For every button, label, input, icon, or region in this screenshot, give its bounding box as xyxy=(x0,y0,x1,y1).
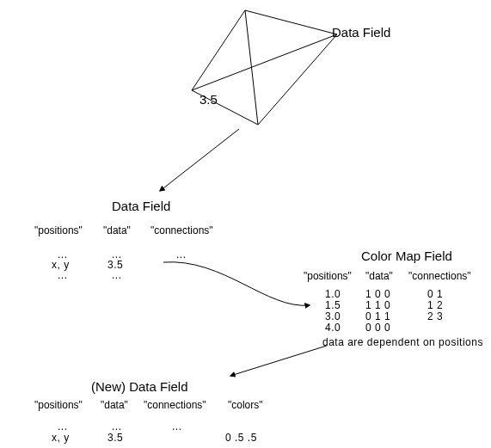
diagram-stage: Data Field 3.5 Data Field "positions" "d… xyxy=(0,0,491,448)
cm-col-positions: "positions" xyxy=(304,271,352,281)
geom-value: 3.5 xyxy=(199,93,218,106)
cm-r0-p: 1.0 xyxy=(325,289,341,299)
df-e4: ... xyxy=(58,270,68,280)
cm-r3-p: 4.0 xyxy=(325,322,341,333)
cm-r1-c: 1 2 xyxy=(427,300,443,310)
nf-row-colors: 0 .5 .5 xyxy=(225,433,257,443)
cm-col-connections: "connections" xyxy=(408,271,471,281)
cm-r0-c: 0 1 xyxy=(427,289,443,299)
new-field-title: (New) Data Field xyxy=(91,380,188,393)
cm-note: data are dependent on positions xyxy=(322,337,483,347)
df-col-positions: "positions" xyxy=(34,225,83,236)
df-e5: ... xyxy=(112,270,122,280)
nf-col-connections: "connections" xyxy=(144,400,206,410)
nf-e2: ... xyxy=(112,421,122,432)
cm-r2-c: 2 3 xyxy=(427,311,443,322)
cm-r1-d: 1 1 0 xyxy=(365,300,390,310)
df-col-data: "data" xyxy=(103,225,131,236)
nf-e5: ... xyxy=(112,443,122,448)
data-field-title: Data Field xyxy=(112,199,170,212)
nf-e4: ... xyxy=(58,443,68,448)
cm-col-data: "data" xyxy=(365,271,393,281)
cm-r1-p: 1.5 xyxy=(325,300,341,310)
nf-col-positions: "positions" xyxy=(34,400,83,410)
df-e3: ... xyxy=(176,249,187,260)
df-col-connections: "connections" xyxy=(150,225,213,236)
cm-r3-d: 0 0 0 xyxy=(365,322,390,333)
nf-col-data: "data" xyxy=(101,400,128,410)
nf-col-colors: "colors" xyxy=(228,400,263,410)
tetrahedron xyxy=(192,10,337,125)
colormap-title: Color Map Field xyxy=(361,249,452,262)
nf-e3: ... xyxy=(172,421,182,432)
cm-r2-d: 0 1 1 xyxy=(365,311,390,322)
nf-e1: ... xyxy=(58,421,68,432)
cm-r2-p: 3.0 xyxy=(325,311,341,322)
geom-label: Data Field xyxy=(332,26,390,39)
cm-r0-d: 1 0 0 xyxy=(365,289,390,299)
